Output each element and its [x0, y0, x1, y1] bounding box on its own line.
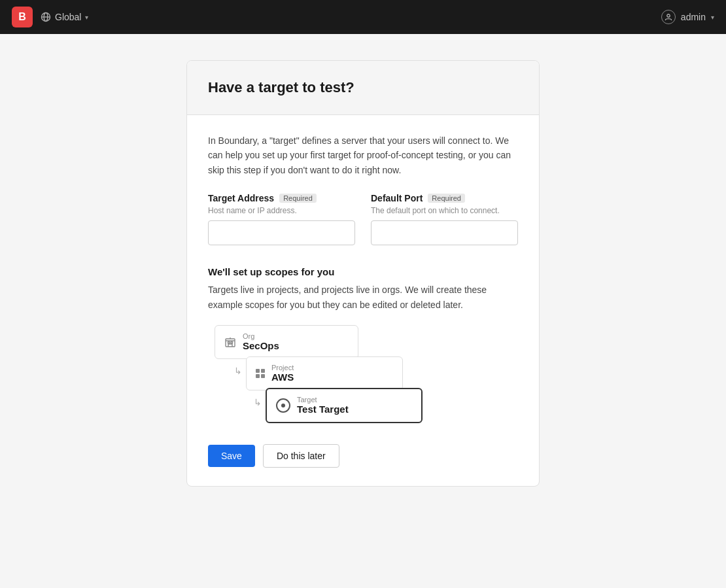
- svg-rect-6: [231, 341, 233, 343]
- admin-menu[interactable]: admin ▾: [661, 10, 714, 24]
- project-name: AWS: [271, 372, 294, 383]
- target-address-group: Target Address Required Host name or IP …: [208, 193, 355, 245]
- global-label: Global: [55, 12, 81, 22]
- admin-label: admin: [681, 12, 706, 22]
- target-card-text: Target Test Target: [297, 396, 349, 415]
- scope-diagram: Org SecOps ↳: [208, 325, 518, 423]
- card-title: Have a target to test?: [208, 79, 518, 96]
- svg-point-3: [667, 14, 670, 17]
- page-content: Have a target to test? In Boundary, a "t…: [0, 34, 726, 513]
- target-indent-icon: ↳: [254, 397, 262, 407]
- org-name: SecOps: [243, 340, 279, 352]
- target-address-label: Target Address: [208, 193, 274, 203]
- default-port-hint: The default port on which to connect.: [371, 206, 518, 215]
- target-level-wrap: ↳ Target Test Target: [215, 388, 518, 423]
- scopes-desc: Targets live in projects, and projects l…: [208, 283, 518, 312]
- target-address-label-row: Target Address Required: [208, 193, 355, 203]
- globe-icon: [41, 12, 51, 22]
- default-port-group: Default Port Required The default port o…: [371, 193, 518, 245]
- org-type-label: Org: [243, 332, 279, 340]
- project-grid-icon: [256, 369, 265, 378]
- fields-row: Target Address Required Host name or IP …: [208, 193, 518, 245]
- target-circle-icon: [276, 398, 290, 413]
- logo-icon: B: [12, 7, 33, 27]
- target-card: Target Test Target: [266, 388, 423, 423]
- project-card: Project AWS: [246, 356, 403, 390]
- project-type-label: Project: [271, 364, 294, 372]
- description-text: In Boundary, a "target" defines a server…: [208, 133, 518, 177]
- svg-rect-4: [226, 339, 235, 347]
- project-level-wrap: ↳ Project AWS: [215, 356, 518, 390]
- svg-rect-5: [228, 341, 230, 343]
- default-port-input[interactable]: [371, 220, 518, 245]
- target-type-label: Target: [297, 396, 349, 404]
- button-row: Save Do this later: [208, 444, 518, 468]
- topbar-left: B Global ▾: [12, 7, 88, 27]
- card-header: Have a target to test?: [187, 61, 539, 115]
- default-port-label-row: Default Port Required: [371, 193, 518, 203]
- default-port-required-badge: Required: [428, 194, 465, 203]
- do-this-later-button[interactable]: Do this later: [263, 444, 339, 468]
- org-building-icon: [224, 336, 236, 348]
- org-card-text: Org SecOps: [243, 332, 279, 352]
- global-chevron-icon: ▾: [85, 14, 88, 21]
- user-avatar-icon: [661, 10, 676, 24]
- scopes-section: We'll set up scopes for you Targets live…: [208, 266, 518, 423]
- project-indent-icon: ↳: [234, 366, 242, 376]
- admin-chevron-icon: ▾: [711, 14, 714, 21]
- scopes-title: We'll set up scopes for you: [208, 266, 518, 277]
- default-port-label: Default Port: [371, 193, 423, 203]
- target-name: Test Target: [297, 404, 349, 415]
- global-selector[interactable]: Global ▾: [41, 12, 88, 22]
- org-card: Org SecOps: [215, 325, 358, 359]
- target-address-hint: Host name or IP address.: [208, 206, 355, 215]
- save-button[interactable]: Save: [208, 445, 255, 467]
- target-address-input[interactable]: [208, 220, 355, 245]
- main-card: Have a target to test? In Boundary, a "t…: [186, 60, 540, 487]
- project-card-text: Project AWS: [271, 364, 294, 383]
- topbar: B Global ▾ admin ▾: [0, 0, 726, 34]
- target-address-required-badge: Required: [279, 194, 317, 203]
- card-body: In Boundary, a "target" defines a server…: [187, 115, 539, 486]
